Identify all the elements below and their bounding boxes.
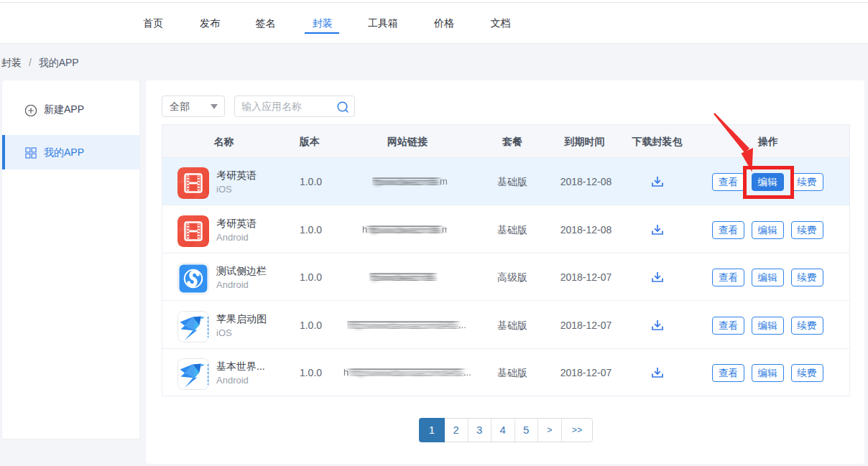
svg-text:h: h — [343, 367, 348, 378]
svg-text:...: ... — [463, 367, 471, 378]
svg-text:m: m — [440, 176, 448, 187]
svg-text:httpswwwdaxxaacomdelta: httpswwwdaxxaacomdelta — [369, 272, 435, 283]
svg-text:httpswwwdaxxaacomdelta: httpswwwdaxxaacomdelta — [368, 225, 441, 236]
svg-text:m: m — [442, 224, 447, 235]
svg-text:h: h — [362, 224, 367, 235]
svg-text:httpswwwdaxxaacomdelta: httpswwwdaxxaacomdelta — [347, 320, 458, 331]
svg-text:httpswwwdaxxaacomdelta: httpswwwdaxxaacomdelta — [349, 368, 463, 378]
svg-text:...: ... — [458, 320, 466, 330]
svg-text:httpswwwdaxxaacomdelta: httpswwwdaxxaacomdelta — [372, 177, 439, 187]
